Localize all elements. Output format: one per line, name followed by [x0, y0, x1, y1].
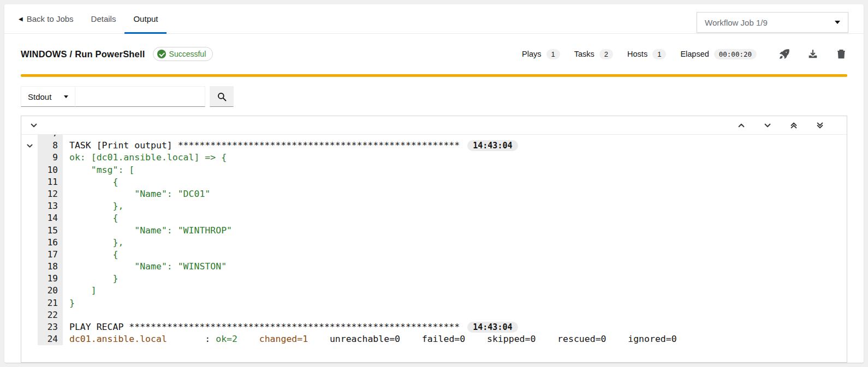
scroll-next-icon[interactable]	[763, 121, 772, 130]
search-input[interactable]	[75, 86, 205, 107]
line-number: 21	[38, 297, 63, 309]
output-line: 10 "msg": [	[21, 164, 847, 176]
job-status-bar	[21, 74, 847, 77]
scroll-first-icon[interactable]	[789, 121, 799, 130]
expand-spacer	[21, 261, 38, 273]
output-line: 17 {	[21, 249, 847, 261]
output-line: 14 {	[21, 212, 847, 224]
output-line: 12 "Name": "DC01"	[21, 188, 847, 200]
collapse-all-chevron-icon[interactable]	[29, 121, 39, 130]
chevron-down-icon	[835, 21, 840, 24]
tab-details[interactable]: Details	[82, 4, 125, 33]
output-line: 11 {	[21, 176, 847, 188]
output-line: 21}	[21, 297, 847, 309]
expand-spacer	[21, 212, 38, 224]
stat-value-badge: 2	[599, 49, 613, 59]
stdout-filter-select[interactable]: Stdout	[21, 86, 75, 107]
stat-hosts: Hosts1	[627, 49, 666, 59]
stat-tasks: Tasks2	[574, 49, 613, 59]
stat-value-badge: 1	[546, 49, 560, 59]
relaunch-rocket-icon[interactable]	[778, 48, 790, 60]
line-content: ok: [dc01.ansible.local] => {	[63, 152, 227, 164]
line-number: 14	[38, 212, 63, 224]
expand-spacer	[21, 135, 38, 140]
tab-output[interactable]: Output	[124, 4, 167, 33]
line-number: 16	[38, 237, 63, 249]
expand-spacer	[21, 152, 38, 164]
expand-spacer	[21, 273, 38, 285]
line-content: "Name": "WINSTON"	[63, 261, 227, 273]
back-to-jobs-link[interactable]: ◀ Back to Jobs	[19, 4, 82, 33]
output-line: 16 },	[21, 237, 847, 249]
output-line: 13 },	[21, 200, 847, 212]
expand-spacer	[21, 200, 38, 212]
stat-label: Elapsed	[680, 50, 709, 58]
stat-label: Plays	[522, 50, 541, 58]
stat-value-badge: 1	[652, 49, 666, 59]
line-number: 24	[38, 333, 63, 345]
line-content: },	[63, 237, 123, 249]
job-output-page: ◀ Back to Jobs Details Output Workflow J…	[4, 4, 864, 363]
expand-spacer	[21, 333, 38, 345]
line-content: }	[63, 297, 75, 309]
line-content: TASK [Print output] ********************…	[63, 140, 518, 152]
job-stats: Plays1Tasks2Hosts1Elapsed00:00:20	[522, 49, 757, 59]
expand-spacer	[21, 249, 38, 261]
output-line: 18 "Name": "WINSTON"	[21, 261, 847, 273]
stat-value-badge: 00:00:20	[714, 49, 757, 59]
stdout-filter-value: Stdout	[28, 92, 51, 101]
back-to-jobs-label: Back to Jobs	[27, 14, 74, 23]
line-number: 19	[38, 273, 63, 285]
stat-plays: Plays1	[522, 49, 560, 59]
expand-spacer	[21, 321, 38, 333]
expand-spacer	[21, 164, 38, 176]
line-number: 23	[38, 321, 63, 333]
workflow-job-select[interactable]: Workflow Job 1/9	[697, 12, 848, 33]
download-icon[interactable]	[807, 48, 819, 60]
line-content: "msg": [	[63, 164, 134, 176]
output-line: 23PLAY RECAP ***************************…	[21, 321, 847, 333]
output-line: 8TASK [Print output] *******************…	[21, 140, 847, 152]
line-content: }	[63, 273, 118, 285]
output-line: 15 "Name": "WINTHROP"	[21, 225, 847, 237]
back-caret-icon: ◀	[19, 16, 23, 22]
output-line: 9ok: [dc01.ansible.local] => {	[21, 152, 847, 164]
line-content: {	[63, 212, 118, 224]
stat-label: Hosts	[627, 50, 647, 58]
line-number: 17	[38, 249, 63, 261]
scroll-previous-icon[interactable]	[736, 121, 746, 130]
line-number: 7	[38, 135, 63, 140]
timestamp-badge: 14:43:04	[467, 322, 518, 333]
line-number: 18	[38, 261, 63, 273]
line-number: 8	[38, 140, 63, 152]
line-content: {	[63, 249, 118, 261]
chevron-down-icon	[64, 95, 68, 98]
line-content	[63, 135, 69, 140]
line-content: },	[63, 200, 123, 212]
line-number: 9	[38, 152, 63, 164]
line-content: "Name": "DC01"	[63, 188, 210, 200]
line-content: PLAY RECAP *****************************…	[63, 321, 518, 333]
search-button[interactable]	[210, 86, 234, 107]
line-content: dc01.ansible.local : ok=2 changed=1 unre…	[63, 333, 677, 345]
output-line: 7	[21, 135, 847, 140]
expand-spacer	[21, 225, 38, 237]
expand-spacer	[21, 237, 38, 249]
tab-bar: ◀ Back to Jobs Details Output Workflow J…	[4, 4, 864, 34]
stdout-console: 78TASK [Print output] ******************…	[21, 116, 847, 363]
status-badge: Successful	[153, 47, 213, 61]
stdout-output[interactable]: 78TASK [Print output] ******************…	[21, 135, 847, 362]
scroll-last-icon[interactable]	[815, 121, 825, 130]
line-content	[63, 309, 69, 321]
expand-spacer	[21, 285, 38, 297]
line-content: {	[63, 176, 118, 188]
delete-trash-icon[interactable]	[835, 48, 847, 60]
status-badge-label: Successful	[169, 50, 206, 58]
line-content: ]	[63, 285, 97, 297]
expand-spacer	[21, 188, 38, 200]
job-header: WINDOWS / Run PowerShell Successful Play…	[4, 34, 864, 74]
expand-event-chevron-icon[interactable]	[21, 140, 38, 152]
output-line: 24dc01.ansible.local : ok=2 changed=1 un…	[21, 333, 847, 345]
success-check-icon	[157, 50, 166, 58]
output-controls: Stdout	[21, 86, 847, 107]
